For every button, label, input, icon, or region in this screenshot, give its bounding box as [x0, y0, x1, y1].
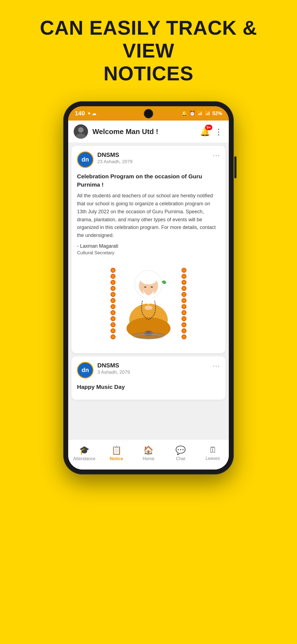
notification-icon: 🔔: [182, 110, 188, 116]
leaves-icon: 🗓: [209, 445, 217, 455]
guru-illustration: [121, 265, 176, 342]
notice-feed: dn DNSMS 23 Ashadh, 2079 ··· Celebration…: [68, 143, 229, 439]
phone-mockup: 140 ✦ ☁ 🔔 ⏰ 📶 📶 52%: [63, 101, 234, 474]
card-meta-1: DNSMS 23 Ashadh, 2079: [97, 151, 209, 165]
user-avatar[interactable]: [74, 124, 88, 139]
chat-icon: 💬: [175, 445, 186, 455]
battery-icon: 52%: [212, 111, 222, 116]
more-options-button[interactable]: ⋮: [215, 127, 223, 137]
post-date-1: 23 Ashadh, 2079: [97, 159, 209, 165]
org-name-1: DNSMS: [97, 151, 209, 159]
status-left: 140 ✦ ☁: [75, 110, 96, 117]
header-actions: 🔔 9+ ⋮: [200, 127, 223, 137]
attendance-icon: 🎓: [79, 445, 89, 455]
notice-body-1: All the students and teachers of our sch…: [77, 192, 220, 239]
home-label: Home: [143, 456, 155, 461]
notice-title-2: Happy Music Day: [77, 383, 220, 391]
app-header: Welcome Man Utd ! 🔔 9+ ⋮: [68, 121, 229, 143]
notice-role-1: Cultural Secretary: [77, 250, 220, 256]
guru-figure: [108, 260, 189, 348]
notification-bell[interactable]: 🔔 9+: [200, 127, 210, 137]
notice-image-1: [77, 260, 220, 348]
nav-chat[interactable]: 💬 Chat: [164, 445, 197, 461]
alarm-icon: ⏰: [189, 110, 195, 116]
post-date-2: 3 Ashadh, 2079: [97, 370, 209, 375]
nav-attendance[interactable]: 🎓 Attendance: [68, 445, 100, 461]
org-logo-1: dn: [77, 151, 94, 168]
nav-notice[interactable]: 📋 Notice: [100, 445, 133, 461]
marigold-left: [111, 268, 116, 339]
svg-point-9: [151, 286, 153, 288]
marigold-right: [182, 268, 186, 339]
card-meta-2: DNSMS 3 Ashadh, 2079: [97, 362, 209, 375]
card-header-1: dn DNSMS 23 Ashadh, 2079 ···: [77, 151, 220, 168]
org-name-2: DNSMS: [97, 362, 209, 369]
home-icon: 🏠: [143, 445, 153, 455]
org-initials-1: dn: [82, 156, 89, 163]
org-logo-2: dn: [77, 362, 94, 378]
card-menu-1[interactable]: ···: [213, 151, 220, 159]
nav-home[interactable]: 🏠 Home: [133, 445, 165, 461]
status-wifi-icon: ✦ ☁: [87, 111, 96, 116]
chat-label: Chat: [176, 456, 185, 461]
notice-card-1: dn DNSMS 23 Ashadh, 2079 ··· Celebration…: [72, 146, 226, 353]
leaves-label: Leaves: [206, 456, 220, 461]
status-time: 140: [75, 110, 85, 117]
notice-signature-1: - Laxman Magarati: [77, 243, 220, 249]
notice-icon: 📋: [111, 445, 122, 455]
svg-point-8: [144, 286, 146, 288]
card-menu-2[interactable]: ···: [213, 362, 220, 370]
status-bar: 140 ✦ ☁ 🔔 ⏰ 📶 📶 52%: [68, 106, 229, 121]
attendance-label: Attendance: [73, 456, 95, 461]
phone-frame: 140 ✦ ☁ 🔔 ⏰ 📶 📶 52%: [63, 101, 234, 474]
bottom-navigation: 🎓 Attendance 📋 Notice 🏠 Home 💬 Chat 🗓: [68, 439, 229, 470]
notice-card-2: dn DNSMS 3 Ashadh, 2079 ··· Happy Music …: [72, 356, 226, 400]
status-icons: 🔔 ⏰ 📶 📶 52%: [182, 110, 222, 116]
signal-icon: 📶: [205, 110, 211, 116]
headline: CAN EASILY TRACK & VIEW NOTICES: [0, 0, 297, 96]
wifi-icon: 📶: [197, 110, 203, 116]
header-title: Welcome Man Utd !: [92, 127, 196, 136]
notice-title-1: Celebration Program on the occasion of G…: [77, 172, 220, 189]
phone-screen: 140 ✦ ☁ 🔔 ⏰ 📶 📶 52%: [68, 106, 229, 470]
org-initials-2: dn: [82, 367, 89, 374]
notification-badge: 9+: [205, 125, 212, 130]
nav-leaves[interactable]: 🗓 Leaves: [197, 445, 229, 461]
notice-label: Notice: [110, 456, 123, 461]
svg-point-1: [78, 127, 84, 133]
card-header-2: dn DNSMS 3 Ashadh, 2079 ···: [77, 362, 220, 378]
